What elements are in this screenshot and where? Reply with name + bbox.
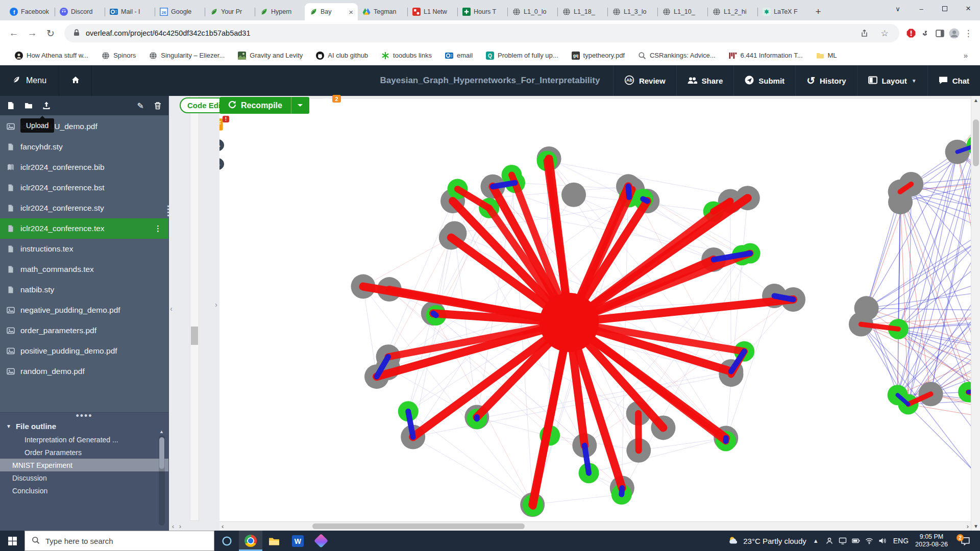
editor-hscroll-arrows[interactable]: ‹› [172,523,186,530]
expand-right-chevron[interactable]: › [215,300,217,309]
tray-expand-chevron-icon[interactable]: ▲ [813,538,819,544]
bookmarks-overflow-chevron[interactable]: » [960,51,972,60]
close-window-button[interactable]: × [957,0,980,17]
file-instructions-tex[interactable]: instructions.tex [0,239,168,259]
hscroll-thumb[interactable] [312,523,525,529]
browser-tab-your-pr[interactable]: Your Pr [205,3,255,20]
address-bar[interactable]: overleaf.com/project/64c4250df342c1b57ab… [64,24,899,42]
history-button[interactable]: ↺History [795,65,856,96]
hscroll-left-arrow[interactable]: ‹ [222,522,224,530]
browser-tab-mail-i[interactable]: Mail - I [105,3,155,20]
browser-tab-hours-t[interactable]: Hours T [458,3,507,20]
side-panel-icon[interactable] [933,27,946,40]
vscroll-down-arrow[interactable]: ▼ [971,523,980,529]
browser-tab-l1-10-[interactable]: L1_10_ [658,3,707,20]
compile-warning-icon[interactable]: ! [219,118,226,132]
file-outline-header[interactable]: ▼ File outline [0,419,168,433]
start-button[interactable] [0,531,24,551]
bookmark-email[interactable]: email [438,52,479,60]
share-button[interactable]: Share [676,65,734,96]
file-iclr2024-conference-tex[interactable]: iclr2024_conference.tex⋮ [0,218,168,239]
file-order-parameters-pdf[interactable]: order_parameters.pdf [0,320,168,341]
browser-tab-l1-3-lo[interactable]: L1_3_lo [608,3,657,20]
file-natbib-sty[interactable]: natbib.sty [0,280,168,300]
bookmark-csrankings-advice[interactable]: CSRankings: Advice... [631,52,722,60]
menu-button[interactable]: Menu [0,65,59,96]
editor-scroll-thumb[interactable] [191,327,198,345]
notification-center-button[interactable]: 2 [954,531,976,551]
profile-avatar[interactable] [947,27,961,40]
upload-icon[interactable] [42,102,51,110]
clock[interactable]: 9:05 PM 2023-08-26 [915,533,948,548]
browser-tab-l1-2-hi[interactable]: L1_2_hi [708,3,757,20]
browser-tab-bay[interactable]: Bay× [305,3,358,20]
sync-to-pdf-icon[interactable]: → [219,139,224,151]
tray-speaker-icon[interactable] [878,537,887,545]
file-iclr2024-conference-bst[interactable]: iclr2024_conference.bst [0,178,168,198]
taskbar-app-word[interactable]: W [286,531,309,551]
file-menu-kebab-icon[interactable]: ⋮ [154,224,162,233]
collapse-left-chevron[interactable]: ‹ [170,304,173,313]
outline-item-mnist-experiment[interactable]: MNIST Experiment [0,459,168,471]
outline-resize-handle[interactable]: •••• [0,413,168,419]
bookmark-how-athena-stuff-w[interactable]: How Athena stuff w... [8,52,95,60]
bookmark-problem-of-fully-up[interactable]: QProblem of fully up... [479,52,565,60]
outline-item-conclusion[interactable]: Conclusion [0,484,168,497]
taskbar-app-gem[interactable] [309,531,333,551]
tray-battery-icon[interactable] [852,537,860,545]
back-button[interactable]: ← [5,24,22,42]
cortana-button[interactable] [214,531,239,551]
review-button[interactable]: AbReview [613,65,676,96]
browser-menu-icon[interactable]: ⋮ [962,27,975,40]
submit-button[interactable]: Submit [733,65,795,96]
browser-tab-l1-0-lo[interactable]: L1_0_lo [508,3,557,20]
new-tab-button[interactable]: + [812,5,825,18]
adblock-icon[interactable] [904,27,918,40]
bookmark-singularity-eliezer[interactable]: Singularity – Eliezer... [142,52,231,60]
recompile-dropdown[interactable] [291,97,309,114]
sync-to-code-icon[interactable]: ← [219,158,224,170]
browser-tab-l1-netw[interactable]: L1 Netw [408,3,457,20]
new-folder-icon[interactable] [24,102,33,110]
download-pdf-button[interactable] [340,99,348,110]
taskbar-search[interactable]: Type here to search [24,531,214,551]
close-tab-icon[interactable]: × [349,8,353,16]
minimize-button[interactable]: – [910,0,933,17]
tray-wifi-icon[interactable] [865,537,873,545]
file-positive-pudding-demo-pdf[interactable]: positive_pudding_demo.pdf [0,341,168,361]
outline-scroll-up-icon[interactable]: ▲ [159,429,164,434]
file-iclr2024-conference-bib[interactable]: iclr2024_conference.bib [0,157,168,178]
panel-resize-dots[interactable]: •••• [166,205,170,217]
vscroll-up-arrow[interactable]: ▲ [971,97,980,103]
bookmark-6-441-information-t[interactable]: 6.441 Information T... [722,52,810,60]
restore-button[interactable] [933,0,957,17]
taskbar-app-explorer[interactable] [262,531,286,551]
share-icon[interactable] [857,27,871,40]
delete-trash-icon[interactable] [154,102,162,110]
outline-item-discussion[interactable]: Discussion [0,471,168,484]
bookmark-toodubs-links[interactable]: toodubs links [375,52,438,60]
file-negative-pudding-demo-pdf[interactable]: negative_pudding_demo.pdf [0,300,168,320]
browser-tab-google[interactable]: 26Google [155,3,205,20]
outline-scroll-thumb[interactable] [159,437,164,469]
recompile-button[interactable]: Recompile [219,97,309,114]
layout-button[interactable]: Layout▼ [857,65,927,96]
browser-tab-hypern[interactable]: Hypern [255,3,305,20]
file-math-commands-tex[interactable]: math_commands.tex [0,259,168,280]
chat-button[interactable]: Chat [927,65,980,96]
outline-item-order-parameters[interactable]: Order Parameters [0,446,168,459]
rename-pencil-icon[interactable]: ✎ [137,101,144,111]
new-file-icon[interactable] [7,102,15,110]
bookmark-ai-club-github[interactable]: AI club github [309,52,375,60]
bookmark-gravity-and-levity[interactable]: Gravity and Levity [231,52,309,60]
vscroll-thumb[interactable] [973,119,979,166]
file-fancyhdr-sty[interactable]: fancyhdr.sty [0,137,168,157]
tray-person-icon[interactable] [825,537,834,545]
file-random-demo-pdf[interactable]: random_demo.pdf [0,361,168,382]
tray-monitor-icon[interactable] [839,537,847,545]
file-iclr2024-conference-sty[interactable]: iclr2024_conference.sty [0,198,168,218]
browser-tab-l1-18-[interactable]: L1_18_ [558,3,607,20]
bookmark-spinors[interactable]: Spinors [95,52,142,60]
browser-tab-facebook[interactable]: fFacebook [5,3,55,20]
reload-button[interactable]: ↻ [42,24,59,42]
